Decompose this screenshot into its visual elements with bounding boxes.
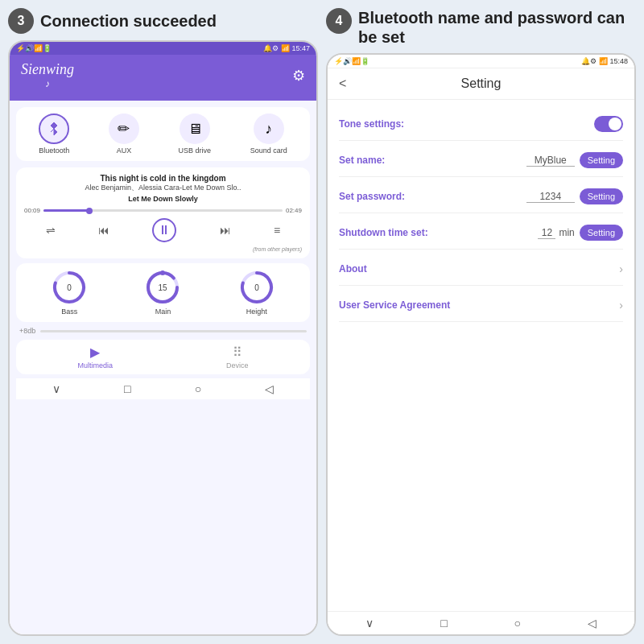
aux-icon: ✏: [109, 114, 139, 144]
bluetooth-icon: [39, 114, 69, 144]
shutdown-group: min Setting: [538, 225, 623, 241]
height-knob[interactable]: 0 Height: [239, 270, 275, 316]
set-password-label: Set password:: [339, 191, 405, 202]
about-chevron-icon: ›: [619, 262, 623, 275]
bluetooth-label: Bluetooth: [39, 147, 69, 155]
left-system-nav: ∨ □ ○ ◁: [16, 378, 310, 399]
usb-icon: 🖥: [180, 114, 210, 144]
left-phone-mockup: ⚡🔊📶🔋 🔔⚙ 📶 15:47 Sienwing ♪ ⚙: [8, 40, 318, 636]
source-aux[interactable]: ✏ AUX: [109, 114, 139, 155]
right-home-circle-button[interactable]: ○: [514, 617, 520, 630]
set-password-button[interactable]: Setting: [580, 188, 623, 204]
right-back-button[interactable]: ∨: [365, 617, 374, 630]
progress-dot: [86, 208, 93, 214]
bottom-nav: ▶ Multimedia ⠿ Device: [16, 340, 310, 374]
device-icon: ⠿: [233, 345, 242, 360]
nav-device[interactable]: ⠿ Device: [226, 345, 249, 369]
back-arrow-button[interactable]: <: [339, 76, 346, 91]
song-playing: Let Me Down Slowly: [24, 195, 302, 203]
tone-toggle[interactable]: [594, 116, 623, 132]
svg-point-4: [160, 270, 165, 275]
shuffle-button[interactable]: ⇌: [46, 224, 56, 237]
status-right: 🔔⚙ 📶 15:47: [263, 44, 310, 52]
bass-knob[interactable]: 0 Bass: [52, 270, 87, 316]
right-recent-button[interactable]: ◁: [588, 617, 597, 630]
usb-label: USB drive: [179, 147, 212, 155]
height-label: Height: [246, 308, 267, 316]
tone-label: Tone settings:: [339, 118, 404, 130]
eq-row: 0 Bass 15 Main: [16, 263, 310, 322]
tone-setting-row: Tone settings:: [339, 108, 623, 141]
set-name-group: Setting: [526, 152, 623, 168]
step-3-circle: 3: [8, 8, 34, 34]
prev-button[interactable]: ⏮: [98, 224, 109, 237]
time-current: 00:09: [24, 207, 40, 214]
source-usb[interactable]: 🖥 USB drive: [179, 114, 212, 155]
progress-row: 00:09 02:49: [24, 207, 302, 214]
right-status-bar: ⚡🔊📶🔋 🔔⚙ 📶 15:48: [328, 55, 634, 68]
home-square-button[interactable]: □: [124, 382, 130, 395]
set-name-row: Set name: Setting: [339, 144, 623, 177]
right-status-right: 🔔⚙ 📶 15:48: [581, 57, 628, 65]
agreement-row[interactable]: User Service Agreement ›: [339, 289, 623, 322]
main-knob[interactable]: 15 Main: [145, 270, 180, 316]
progress-track[interactable]: [43, 209, 283, 212]
set-password-row: Set password: Setting: [339, 180, 623, 213]
nav-multimedia[interactable]: ▶ Multimedia: [77, 345, 113, 369]
pause-button[interactable]: ⏸: [152, 218, 176, 242]
settings-phone: ⚡🔊📶🔋 🔔⚙ 📶 15:48 < Setting Tone settings:: [326, 53, 636, 636]
eq-db-label: +8db: [19, 327, 35, 335]
toggle-dot: [609, 118, 621, 130]
shutdown-time-input[interactable]: [538, 227, 555, 239]
set-password-input[interactable]: [526, 191, 575, 203]
multimedia-icon: ▶: [90, 345, 100, 360]
song-title: This night is cold in the kingdom: [24, 174, 302, 183]
settings-gear-icon[interactable]: ⚙: [292, 67, 305, 85]
source-bluetooth[interactable]: Bluetooth: [39, 114, 69, 155]
shutdown-label: Shutdown time set:: [339, 227, 428, 238]
set-name-input[interactable]: [526, 155, 575, 167]
shutdown-button[interactable]: Setting: [580, 225, 623, 241]
svg-text:0: 0: [67, 283, 72, 292]
right-home-square-button[interactable]: □: [440, 617, 447, 630]
playlist-button[interactable]: ≡: [274, 224, 280, 237]
agreement-chevron-icon: ›: [619, 299, 623, 312]
home-circle-button[interactable]: ○: [195, 382, 201, 395]
soundcard-label: Sound card: [250, 147, 287, 155]
step-4-circle: 4: [326, 8, 352, 34]
now-playing: This night is cold in the kingdom Alec B…: [16, 167, 310, 258]
right-system-nav: ∨ □ ○ ◁: [328, 611, 634, 634]
svg-text:0: 0: [254, 283, 259, 292]
set-name-label: Set name:: [339, 155, 385, 166]
right-status-left: ⚡🔊📶🔋: [334, 57, 369, 65]
aux-label: AUX: [117, 147, 132, 155]
step-4-title: Bluetooth name and password can be set: [358, 8, 636, 47]
next-button[interactable]: ⏭: [220, 224, 231, 237]
back-button[interactable]: ∨: [52, 382, 60, 395]
set-name-button[interactable]: Setting: [580, 152, 623, 168]
recent-button[interactable]: ◁: [265, 382, 274, 395]
main-label: Main: [155, 308, 171, 316]
eq-slider-track[interactable]: [40, 330, 307, 332]
soundcard-icon: ♪: [254, 114, 284, 144]
time-total: 02:49: [286, 207, 302, 214]
set-password-group: Setting: [526, 188, 623, 204]
about-row[interactable]: About ›: [339, 253, 623, 286]
shutdown-time-group: min: [538, 227, 574, 239]
step-4-header: 4 Bluetooth name and password can be set: [326, 8, 636, 47]
song-artist: Alec Benjamin、Alessia Cara-Let Me Down S…: [24, 183, 302, 193]
settings-body: Tone settings: Set name: Setting Set pas…: [328, 100, 634, 611]
step-3-header: 3 Connection succeeded: [8, 8, 318, 34]
settings-page-title: Setting: [461, 76, 502, 91]
svg-text:15: 15: [159, 283, 168, 292]
settings-topbar: < Setting: [328, 68, 634, 100]
app-logo: Sienwing ♪: [21, 61, 74, 89]
shutdown-unit: min: [559, 227, 574, 238]
about-label: About: [339, 263, 367, 275]
step-3-title: Connection succeeded: [40, 12, 217, 31]
from-other-label: (from other players): [24, 246, 302, 252]
shutdown-row: Shutdown time set: min Setting: [339, 217, 623, 250]
controls-row: ⇌ ⏮ ⏸ ⏭ ≡: [24, 218, 302, 242]
source-soundcard[interactable]: ♪ Sound card: [250, 114, 287, 155]
left-panel: 3 Connection succeeded ⚡🔊📶🔋 🔔⚙ 📶 15:47 S…: [8, 8, 318, 636]
